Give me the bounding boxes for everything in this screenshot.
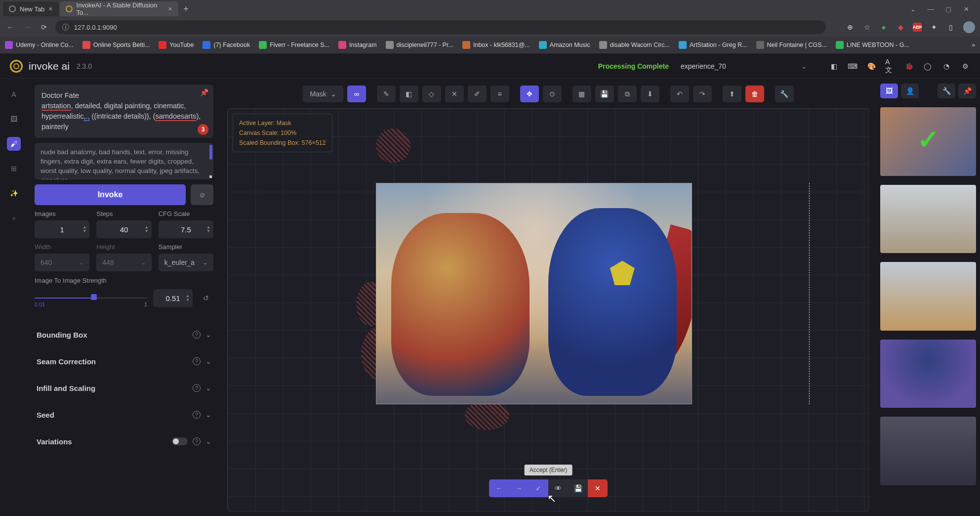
upload-button[interactable]: ⬆ <box>723 86 741 102</box>
bookmark[interactable]: Udemy - Online Co... <box>5 41 74 49</box>
bookmark[interactable]: Amazon Music <box>539 41 590 49</box>
model-selector[interactable]: experience_70 ⌄ <box>675 59 813 73</box>
img2img-tab-icon[interactable]: 🖼 <box>7 112 21 126</box>
staging-next-button[interactable]: → <box>509 479 529 497</box>
close-icon[interactable]: × <box>168 5 172 13</box>
bug-icon[interactable]: 🐞 <box>904 61 914 71</box>
eraser-tool-button[interactable]: ◧ <box>400 86 418 102</box>
bookmark[interactable]: discipleneil777 - Pr... <box>386 41 453 49</box>
ext-icon[interactable]: ◆ <box>896 23 905 32</box>
staging-show-button[interactable]: 👁 <box>548 479 568 497</box>
postprocess-tab-icon[interactable]: ✨ <box>7 186 21 200</box>
discord-icon[interactable]: ◔ <box>941 61 951 71</box>
language-icon[interactable]: A文 <box>885 61 895 71</box>
bookmark[interactable]: disable Wacom Circ... <box>599 41 670 49</box>
height-select[interactable]: 448⌄ <box>96 254 151 271</box>
bookmark[interactable]: Inbox - klk56831@... <box>462 41 530 49</box>
training-tab-icon[interactable]: ⟐ <box>7 211 21 225</box>
canvas-settings-button[interactable]: 🔧 <box>775 86 794 102</box>
strength-input[interactable]: 0.51▲▼ <box>153 289 193 307</box>
resize-handle[interactable] <box>209 175 212 178</box>
bookmark[interactable]: Online Sports Betti... <box>82 41 150 49</box>
canvas-viewport[interactable]: Active Layer: Mask Canvas Scale: 100% Sc… <box>227 108 869 512</box>
bookmark[interactable]: YouTube <box>159 41 194 49</box>
settings-icon[interactable]: ⚙ <box>960 61 970 71</box>
bookmark-star-icon[interactable]: ☆ <box>862 23 871 32</box>
cfg-input[interactable]: 7.5▲▼ <box>159 220 213 238</box>
install-icon[interactable]: ⊕ <box>846 23 855 32</box>
bookmark[interactable]: Instagram <box>338 41 377 49</box>
bookmarks-overflow[interactable]: » <box>972 42 975 48</box>
redo-button[interactable]: ↷ <box>693 86 712 102</box>
staging-save-button[interactable]: 💾 <box>568 479 588 497</box>
bookmark[interactable]: ArtStation - Greg R... <box>679 41 747 49</box>
sidepanel-icon[interactable]: ▯ <box>946 23 955 32</box>
bbox-edge[interactable] <box>809 183 810 404</box>
clear-canvas-button[interactable]: 🗑 <box>745 86 764 102</box>
fill-tool-button[interactable]: ◇ <box>422 86 441 102</box>
gallery-user-tab[interactable]: 👤 <box>901 84 919 98</box>
steps-input[interactable]: 40▲▼ <box>96 220 151 238</box>
sampler-select[interactable]: k_euler_a⌄ <box>159 254 213 271</box>
help-icon[interactable]: ? <box>193 411 201 419</box>
browser-tab[interactable]: InvokeAI - A Stable Diffusion To... × <box>60 1 178 16</box>
generated-image[interactable] <box>376 183 692 404</box>
bounding-box-section[interactable]: Bounding Box ?⌄ <box>35 324 213 345</box>
clear-mask-button[interactable]: ✕ <box>445 86 464 102</box>
help-icon[interactable]: ? <box>193 384 201 392</box>
color-picker-button[interactable]: ✐ <box>468 86 487 102</box>
gallery-thumbnail[interactable] <box>880 340 976 408</box>
gallery-thumbnail[interactable]: ✓ <box>880 107 976 176</box>
gallery-settings-button[interactable]: 🔧 <box>938 84 955 98</box>
reload-button[interactable]: ⟳ <box>39 22 49 33</box>
github-icon[interactable]: ◯ <box>923 61 933 71</box>
bookmark[interactable]: LINE WEBTOON - G... <box>836 41 909 49</box>
mask-options-button[interactable]: ∞ <box>347 86 366 102</box>
gallery-thumbnail[interactable] <box>880 262 976 331</box>
abp-icon[interactable]: ABP <box>913 23 922 32</box>
extensions-icon[interactable]: ✦ <box>930 23 939 32</box>
staging-prev-button[interactable]: ← <box>489 479 509 497</box>
bookmark[interactable]: Neil Fontaine | CGS... <box>756 41 827 49</box>
help-icon[interactable]: ? <box>193 357 201 365</box>
negative-prompt[interactable]: nude bad anatomy, bad hands, text, error… <box>35 143 213 179</box>
cancel-button[interactable]: ⊘ <box>191 184 213 205</box>
nodes-tab-icon[interactable]: ⊞ <box>7 162 21 175</box>
ext-icon[interactable]: ● <box>879 23 888 32</box>
save-canvas-button[interactable]: 💾 <box>595 86 614 102</box>
stepper-icon[interactable]: ▲▼ <box>145 225 149 233</box>
palette-icon[interactable]: 🎨 <box>866 61 876 71</box>
close-icon[interactable]: × <box>48 5 52 13</box>
keyboard-icon[interactable]: ⌨ <box>848 61 858 71</box>
invoke-button[interactable]: Invoke <box>35 184 186 205</box>
images-input[interactable]: 1▲▼ <box>35 220 89 238</box>
stepper-icon[interactable]: ▲▼ <box>82 225 86 233</box>
copy-button[interactable]: ⧉ <box>618 86 637 102</box>
download-button[interactable]: ⬇ <box>641 86 659 102</box>
bookmark[interactable]: (7) Facebook <box>203 41 250 49</box>
strength-slider[interactable]: 0.01 1 <box>35 297 147 300</box>
pin-icon[interactable]: 📌 <box>200 88 208 96</box>
lines-icon[interactable]: ≡ <box>490 86 509 102</box>
help-icon[interactable]: ? <box>193 437 201 445</box>
staging-accept-button[interactable]: ✓ <box>529 479 548 497</box>
seed-section[interactable]: Seed ?⌄ <box>35 404 213 426</box>
reset-icon[interactable]: ↺ <box>199 291 213 305</box>
txt2img-tab-icon[interactable]: A <box>7 87 21 101</box>
back-button[interactable]: ← <box>5 22 16 33</box>
staging-discard-button[interactable]: ✕ <box>588 479 608 497</box>
gallery-pin-button[interactable]: 📌 <box>958 84 976 98</box>
reset-view-button[interactable]: ⊙ <box>543 86 562 102</box>
browser-tab[interactable]: New Tab × <box>3 1 59 16</box>
variations-section[interactable]: Variations ?⌄ <box>35 430 213 452</box>
infill-scaling-section[interactable]: Infill and Scaling ?⌄ <box>35 377 213 399</box>
cube-icon[interactable]: ◧ <box>829 61 839 71</box>
merge-button[interactable]: ▦ <box>572 86 591 102</box>
stepper-icon[interactable]: ▲▼ <box>186 294 190 302</box>
move-tool-button[interactable]: ✥ <box>520 86 539 102</box>
chevron-down-icon[interactable]: ⌄ <box>906 3 920 14</box>
positive-prompt[interactable]: 📌 Doctor Fate artstation, detailed, digi… <box>35 85 213 138</box>
undo-button[interactable]: ↶ <box>670 86 689 102</box>
profile-avatar[interactable] <box>963 21 975 33</box>
maximize-button[interactable]: ▢ <box>941 3 955 14</box>
